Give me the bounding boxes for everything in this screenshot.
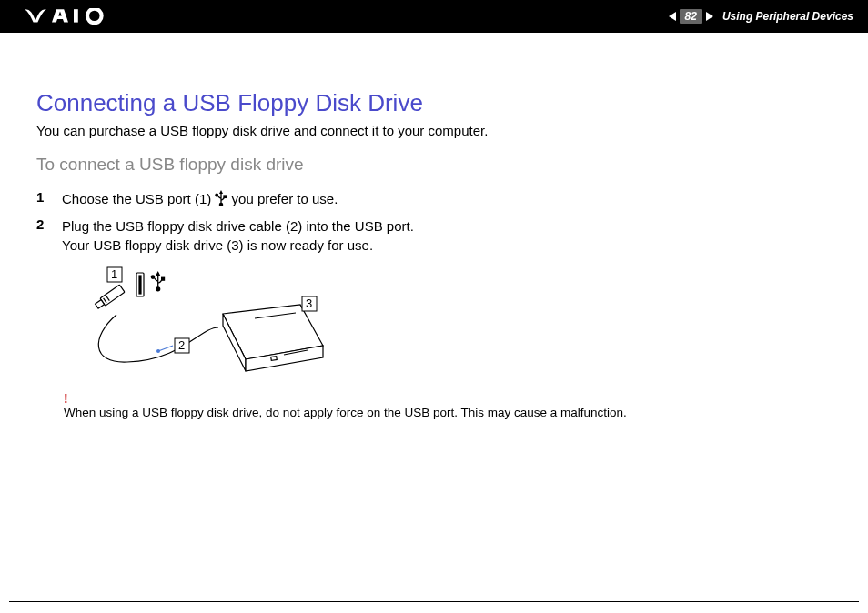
page-content: Connecting a USB Floppy Disk Drive You c… bbox=[0, 35, 868, 419]
svg-point-5 bbox=[216, 194, 218, 196]
footer-rule bbox=[9, 601, 859, 602]
intro-text: You can purchase a USB floppy disk drive… bbox=[36, 123, 832, 138]
steps-list: 1 Choose the USB port (1) you prefer to … bbox=[36, 189, 832, 255]
svg-point-3 bbox=[220, 203, 223, 206]
vaio-logo bbox=[18, 8, 118, 25]
diagram: 1 2 3 bbox=[64, 264, 832, 386]
step-line2: Your USB floppy disk drive (3) is now re… bbox=[62, 237, 373, 253]
step-text-before: Choose the USB port (1) bbox=[62, 191, 215, 206]
svg-rect-8 bbox=[139, 276, 141, 294]
callout-1: 1 bbox=[111, 267, 117, 281]
subtitle: To connect a USB floppy disk drive bbox=[36, 155, 832, 175]
svg-rect-13 bbox=[162, 277, 165, 280]
svg-marker-4 bbox=[219, 190, 223, 194]
svg-point-12 bbox=[151, 276, 154, 278]
svg-line-18 bbox=[158, 346, 173, 351]
callout-3: 3 bbox=[306, 296, 312, 310]
step-number: 2 bbox=[36, 216, 62, 232]
svg-rect-6 bbox=[224, 196, 226, 197]
page-number: 82 bbox=[680, 9, 702, 24]
page-nav: 82 bbox=[669, 9, 713, 24]
warning-icon: ! bbox=[64, 391, 832, 406]
step-text-after: you prefer to use. bbox=[227, 191, 338, 206]
step-2: 2 Plug the USB floppy disk drive cable (… bbox=[36, 216, 832, 255]
page-title: Connecting a USB Floppy Disk Drive bbox=[36, 89, 832, 117]
warning-block: ! When using a USB floppy disk drive, do… bbox=[64, 391, 832, 419]
section-name: Using Peripheral Devices bbox=[722, 10, 853, 23]
svg-point-10 bbox=[156, 287, 160, 291]
step-1: 1 Choose the USB port (1) you prefer to … bbox=[36, 189, 832, 211]
svg-point-19 bbox=[156, 349, 160, 353]
prev-page-icon[interactable] bbox=[669, 12, 676, 21]
svg-point-1 bbox=[87, 9, 102, 24]
warning-text: When using a USB floppy disk drive, do n… bbox=[64, 406, 627, 419]
svg-rect-0 bbox=[74, 9, 78, 22]
svg-marker-11 bbox=[156, 271, 161, 276]
step-line1: Plug the USB floppy disk drive cable (2)… bbox=[62, 218, 414, 234]
usb-icon bbox=[215, 190, 227, 211]
svg-rect-14 bbox=[100, 285, 125, 306]
header-right: 82 Using Peripheral Devices bbox=[669, 9, 853, 24]
step-body: Choose the USB port (1) you prefer to us… bbox=[62, 189, 338, 211]
step-body: Plug the USB floppy disk drive cable (2)… bbox=[62, 216, 414, 255]
callout-2: 2 bbox=[178, 338, 185, 352]
step-number: 1 bbox=[36, 189, 62, 205]
page-header: 82 Using Peripheral Devices bbox=[0, 0, 868, 35]
next-page-icon[interactable] bbox=[706, 12, 713, 21]
